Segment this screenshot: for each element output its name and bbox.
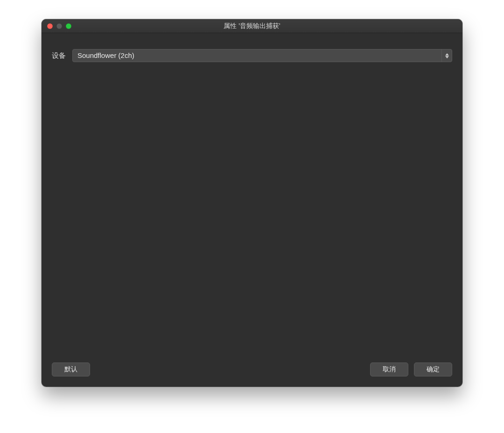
updown-icon	[441, 50, 452, 62]
minimize-icon	[56, 23, 62, 29]
device-select[interactable]: Soundflower (2ch)	[72, 49, 452, 62]
traffic-lights	[42, 23, 71, 29]
footer: 默认 取消 确定	[42, 362, 462, 387]
ok-button[interactable]: 确定	[414, 362, 452, 376]
window-title: 属性 '音频输出捕获'	[42, 22, 462, 30]
titlebar[interactable]: 属性 '音频输出捕获'	[42, 19, 462, 33]
cancel-button[interactable]: 取消	[370, 362, 408, 376]
close-icon[interactable]	[47, 23, 53, 29]
content-area: 设备 Soundflower (2ch)	[42, 33, 462, 362]
device-row: 设备 Soundflower (2ch)	[52, 49, 452, 62]
device-label: 设备	[52, 51, 66, 60]
zoom-icon[interactable]	[66, 23, 71, 29]
device-select-value: Soundflower (2ch)	[73, 50, 441, 62]
defaults-button[interactable]: 默认	[52, 362, 90, 376]
properties-window: 属性 '音频输出捕获' 设备 Soundflower (2ch) 默认 取消 确…	[42, 19, 462, 387]
